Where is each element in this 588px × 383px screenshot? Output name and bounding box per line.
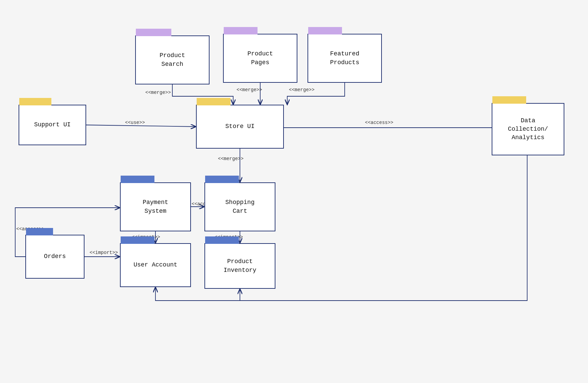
- label-access1: <<access>>: [365, 120, 393, 125]
- product-inventory-box: ProductInventory: [204, 243, 275, 289]
- featured-products-box: FeaturedProducts: [308, 34, 382, 83]
- user-account-tab: [121, 236, 154, 244]
- support-ui-tab: [19, 98, 51, 105]
- payment-system-tab: [121, 176, 154, 183]
- product-search-box: ProductSearch: [135, 35, 210, 84]
- payment-system-label: PaymentSystem: [121, 183, 190, 231]
- label-merge1: <<merge>>: [145, 90, 171, 95]
- featured-products-tab: [308, 27, 342, 34]
- product-inventory-label: ProductInventory: [205, 244, 275, 288]
- label-import3: <<import>>: [90, 250, 118, 255]
- product-pages-box: ProductPages: [223, 34, 297, 83]
- store-ui-box: Store UI: [196, 105, 284, 149]
- data-analytics-box: DataCollection/Analytics: [492, 103, 564, 155]
- store-ui-tab: [197, 98, 230, 105]
- diagram-container: <<merge>> <<merge>> <<merge>> <<merge>> …: [0, 0, 588, 383]
- product-search-tab: [136, 29, 171, 36]
- data-analytics-label: DataCollection/Analytics: [492, 104, 564, 155]
- orders-tab: [26, 228, 53, 235]
- store-ui-label: Store UI: [197, 105, 283, 148]
- orders-label: Orders: [26, 235, 84, 278]
- support-ui-box: Support UI: [19, 105, 86, 145]
- product-inventory-tab: [205, 236, 239, 244]
- shopping-cart-label: ShoppingCart: [205, 183, 275, 231]
- product-pages-tab: [224, 27, 258, 34]
- label-merge3: <<merge>>: [289, 87, 315, 93]
- arrow-featured-to-store: [287, 83, 345, 105]
- featured-products-label: FeaturedProducts: [308, 34, 381, 82]
- label-use1: <<use>>: [125, 120, 145, 125]
- data-analytics-tab: [492, 96, 526, 104]
- user-account-label: User Account: [121, 244, 190, 286]
- product-search-label: ProductSearch: [136, 36, 209, 84]
- shopping-cart-box: ShoppingCart: [204, 182, 275, 231]
- support-ui-label: Support UI: [19, 105, 85, 145]
- payment-system-box: PaymentSystem: [120, 182, 191, 231]
- shopping-cart-tab: [205, 176, 239, 183]
- product-pages-label: ProductPages: [224, 34, 297, 82]
- user-account-box: User Account: [120, 243, 191, 287]
- label-merge2: <<merge>>: [237, 87, 262, 93]
- orders-box: Orders: [25, 235, 84, 279]
- label-merge4: <<merge>>: [218, 156, 244, 161]
- arrow-analytics-bottom-to-inventory: [240, 289, 527, 301]
